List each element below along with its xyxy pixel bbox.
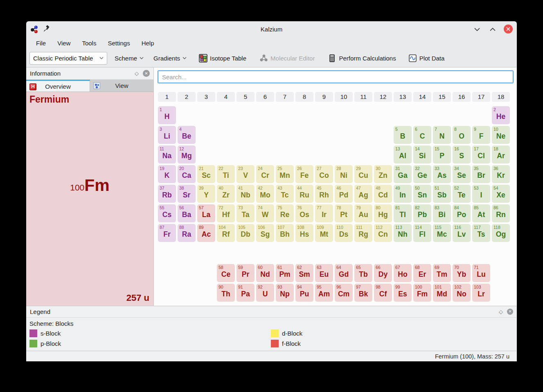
element-cell-Tl[interactable]: 81Tl (394, 204, 412, 222)
element-cell-Eu[interactable]: 63Eu (315, 264, 333, 282)
element-cell-Na[interactable]: 11Na (158, 146, 176, 164)
element-cell-Re[interactable]: 75Re (276, 204, 294, 222)
element-cell-Ar[interactable]: 18Ar (492, 146, 510, 164)
element-cell-Pb[interactable]: 82Pb (413, 204, 431, 222)
element-cell-Ag[interactable]: 47Ag (354, 185, 372, 203)
element-cell-W[interactable]: 74W (256, 204, 274, 222)
element-cell-Db[interactable]: 105Db (237, 224, 255, 242)
scheme-dropdown[interactable]: Scheme (112, 53, 146, 63)
element-cell-Ho[interactable]: 67Ho (394, 264, 412, 282)
element-cell-Tb[interactable]: 65Tb (354, 264, 372, 282)
element-cell-Mo[interactable]: 42Mo (256, 185, 274, 203)
element-cell-Pr[interactable]: 59Pr (237, 264, 255, 282)
element-cell-Fm[interactable]: 100Fm (413, 284, 431, 302)
menu-file[interactable]: File (32, 38, 50, 48)
element-cell-Ru[interactable]: 44Ru (295, 185, 313, 203)
table-type-select[interactable]: Classic Periodic Table (29, 52, 107, 65)
element-cell-Cl[interactable]: 17Cl (472, 146, 490, 164)
element-cell-Tc[interactable]: 43Tc (276, 185, 294, 203)
element-cell-Ni[interactable]: 28Ni (335, 165, 353, 183)
element-cell-Pa[interactable]: 91Pa (237, 284, 255, 302)
element-cell-Xe[interactable]: 54Xe (492, 185, 510, 203)
element-cell-Gd[interactable]: 64Gd (335, 264, 353, 282)
element-cell-Es[interactable]: 99Es (394, 284, 412, 302)
element-cell-Zn[interactable]: 30Zn (374, 165, 392, 183)
element-cell-Rh[interactable]: 45Rh (315, 185, 333, 203)
element-cell-Pm[interactable]: 61Pm (276, 264, 294, 282)
element-cell-Hf[interactable]: 72Hf (217, 204, 235, 222)
element-cell-Hg[interactable]: 80Hg (374, 204, 392, 222)
element-cell-Pt[interactable]: 78Pt (335, 204, 353, 222)
element-cell-Tm[interactable]: 69Tm (433, 264, 451, 282)
element-cell-Ne[interactable]: 10Ne (492, 126, 510, 144)
tab-overview[interactable]: H Overview (26, 80, 90, 92)
element-cell-Sg[interactable]: 106Sg (256, 224, 274, 242)
element-cell-C[interactable]: 6C (413, 126, 431, 144)
element-cell-Dy[interactable]: 66Dy (374, 264, 392, 282)
element-cell-Ta[interactable]: 73Ta (237, 204, 255, 222)
element-cell-Rn[interactable]: 86Rn (492, 204, 510, 222)
element-cell-K[interactable]: 19K (158, 165, 176, 183)
element-cell-Kr[interactable]: 36Kr (492, 165, 510, 183)
element-cell-At[interactable]: 85At (472, 204, 490, 222)
element-cell-Cu[interactable]: 29Cu (354, 165, 372, 183)
element-cell-Th[interactable]: 90Th (217, 284, 235, 302)
element-cell-Fl[interactable]: 114Fl (413, 224, 431, 242)
element-cell-S[interactable]: 16S (453, 146, 471, 164)
float-panel-icon[interactable]: ◇ (135, 70, 139, 76)
element-cell-Ga[interactable]: 31Ga (394, 165, 412, 183)
element-cell-Bk[interactable]: 97Bk (354, 284, 372, 302)
element-cell-Og[interactable]: 118Og (492, 224, 510, 242)
element-cell-N[interactable]: 7N (433, 126, 451, 144)
element-cell-Rb[interactable]: 37Rb (158, 185, 176, 203)
minimize-icon[interactable] (473, 25, 482, 34)
element-cell-Np[interactable]: 93Np (276, 284, 294, 302)
element-cell-Nh[interactable]: 113Nh (394, 224, 412, 242)
element-cell-Cr[interactable]: 24Cr (256, 165, 274, 183)
element-cell-Ti[interactable]: 22Ti (217, 165, 235, 183)
element-cell-V[interactable]: 23V (237, 165, 255, 183)
element-cell-P[interactable]: 15P (433, 146, 451, 164)
element-cell-Mn[interactable]: 25Mn (276, 165, 294, 183)
element-cell-Be[interactable]: 4Be (178, 126, 196, 144)
element-cell-Y[interactable]: 39Y (197, 185, 215, 203)
element-cell-Cf[interactable]: 98Cf (374, 284, 392, 302)
element-cell-Os[interactable]: 76Os (295, 204, 313, 222)
isotope-table-button[interactable]: Isotope Table (196, 52, 249, 64)
element-cell-Li[interactable]: 3Li (158, 126, 176, 144)
perform-calculations-button[interactable]: Perform Calculations (325, 52, 398, 64)
element-cell-Mc[interactable]: 115Mc (433, 224, 451, 242)
search-input[interactable] (158, 70, 514, 83)
element-cell-Sb[interactable]: 51Sb (433, 185, 451, 203)
menu-settings[interactable]: Settings (104, 38, 134, 48)
element-cell-Md[interactable]: 101Md (433, 284, 451, 302)
element-cell-Ba[interactable]: 56Ba (178, 204, 196, 222)
element-cell-Ac[interactable]: 89Ac (197, 224, 215, 242)
element-cell-U[interactable]: 92U (256, 284, 274, 302)
element-cell-Pd[interactable]: 46Pd (335, 185, 353, 203)
gradients-dropdown[interactable]: Gradients (151, 53, 189, 63)
legend-float-icon[interactable]: ◇ (499, 309, 503, 315)
element-cell-Bh[interactable]: 107Bh (276, 224, 294, 242)
element-cell-Nd[interactable]: 60Nd (256, 264, 274, 282)
pin-icon[interactable] (43, 25, 52, 34)
element-cell-Bi[interactable]: 83Bi (433, 204, 451, 222)
element-cell-Ce[interactable]: 58Ce (217, 264, 235, 282)
element-cell-Al[interactable]: 13Al (394, 146, 412, 164)
element-cell-Lu[interactable]: 71Lu (472, 264, 490, 282)
element-cell-Sr[interactable]: 38Sr (178, 185, 196, 203)
element-cell-Ts[interactable]: 117Ts (472, 224, 490, 242)
element-cell-Po[interactable]: 84Po (453, 204, 471, 222)
element-cell-Ds[interactable]: 110Ds (335, 224, 353, 242)
element-cell-Sm[interactable]: 62Sm (295, 264, 313, 282)
element-cell-Co[interactable]: 27Co (315, 165, 333, 183)
element-cell-B[interactable]: 5B (394, 126, 412, 144)
tab-view[interactable]: View (90, 80, 153, 92)
element-cell-Fr[interactable]: 87Fr (158, 224, 176, 242)
element-cell-Rg[interactable]: 111Rg (354, 224, 372, 242)
element-cell-Pu[interactable]: 94Pu (295, 284, 313, 302)
element-cell-Se[interactable]: 34Se (453, 165, 471, 183)
element-cell-Br[interactable]: 35Br (472, 165, 490, 183)
element-cell-No[interactable]: 102No (453, 284, 471, 302)
molecular-editor-button[interactable]: Molecular Editor (257, 52, 317, 64)
